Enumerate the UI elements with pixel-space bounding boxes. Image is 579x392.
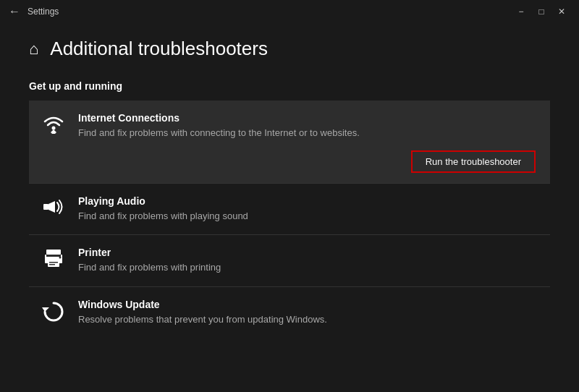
svg-rect-8 bbox=[49, 264, 55, 265]
title-bar: ← Settings − □ ✕ bbox=[0, 0, 579, 23]
back-button[interactable]: ← bbox=[9, 5, 20, 18]
troubleshooter-item-printer[interactable]: Printer Find and fix problems with print… bbox=[29, 235, 550, 286]
windows-update-desc: Resolve problems that prevent you from u… bbox=[78, 313, 538, 326]
troubleshooter-item-audio[interactable]: Playing Audio Find and fix problems with… bbox=[29, 184, 550, 234]
page-title: Additional troubleshooters bbox=[50, 38, 268, 60]
main-content: ⌂ Additional troubleshooters Get up and … bbox=[0, 23, 579, 354]
run-troubleshooter-button[interactable]: Run the troubleshooter bbox=[411, 150, 536, 173]
home-icon: ⌂ bbox=[29, 40, 38, 59]
update-icon bbox=[41, 300, 67, 328]
printer-name: Printer bbox=[78, 247, 538, 258]
svg-point-9 bbox=[59, 257, 62, 259]
troubleshooter-item-windows-update[interactable]: Windows Update Resolve problems that pre… bbox=[29, 287, 550, 340]
title-bar-controls: − □ ✕ bbox=[512, 4, 570, 19]
svg-rect-7 bbox=[49, 262, 58, 263]
svg-rect-3 bbox=[46, 250, 61, 255]
close-button[interactable]: ✕ bbox=[553, 4, 570, 19]
internet-connections-desc: Find and fix problems with connecting to… bbox=[78, 127, 538, 140]
playing-audio-name: Playing Audio bbox=[78, 195, 538, 207]
maximize-button[interactable]: □ bbox=[533, 4, 550, 19]
printer-desc: Find and fix problems with printing bbox=[78, 261, 538, 274]
minimize-button[interactable]: − bbox=[512, 4, 530, 19]
internet-connections-name: Internet Connections bbox=[78, 112, 538, 124]
printer-text: Printer Find and fix problems with print… bbox=[78, 247, 538, 274]
windows-update-name: Windows Update bbox=[78, 299, 538, 310]
svg-rect-6 bbox=[48, 260, 59, 267]
svg-marker-2 bbox=[48, 201, 55, 213]
page-header: ⌂ Additional troubleshooters bbox=[29, 38, 550, 60]
playing-audio-text: Playing Audio Find and fix problems with… bbox=[78, 195, 538, 223]
title-bar-title: Settings bbox=[28, 7, 59, 17]
troubleshooter-item-internet[interactable]: Internet Connections Find and fix proble… bbox=[29, 101, 550, 183]
svg-point-0 bbox=[52, 127, 56, 130]
wifi-icon bbox=[41, 114, 67, 139]
internet-connections-text: Internet Connections Find and fix proble… bbox=[78, 112, 538, 140]
svg-rect-1 bbox=[43, 204, 48, 210]
playing-audio-desc: Find and fix problems with playing sound bbox=[78, 210, 538, 223]
printer-icon bbox=[41, 248, 67, 273]
audio-icon bbox=[41, 197, 67, 222]
section-title: Get up and running bbox=[29, 80, 550, 92]
svg-rect-5 bbox=[46, 255, 61, 257]
windows-update-text: Windows Update Resolve problems that pre… bbox=[78, 299, 538, 326]
title-bar-left: ← Settings bbox=[9, 5, 59, 18]
